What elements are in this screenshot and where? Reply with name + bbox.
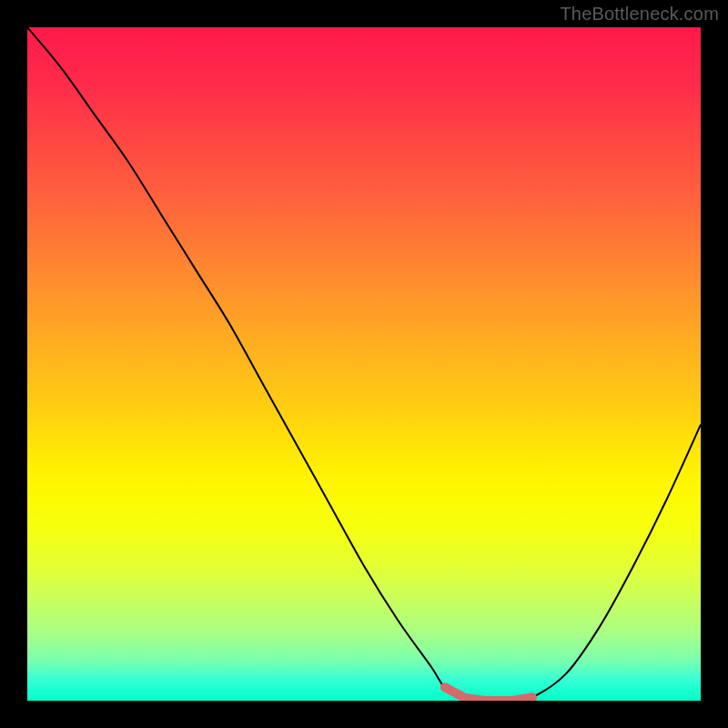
bottleneck-chart-svg bbox=[27, 27, 701, 701]
bottleneck-curve bbox=[27, 27, 701, 701]
chart-plot-area bbox=[27, 27, 701, 701]
optimal-zone-highlight bbox=[445, 687, 532, 701]
watermark-text: TheBottleneck.com bbox=[560, 4, 719, 25]
